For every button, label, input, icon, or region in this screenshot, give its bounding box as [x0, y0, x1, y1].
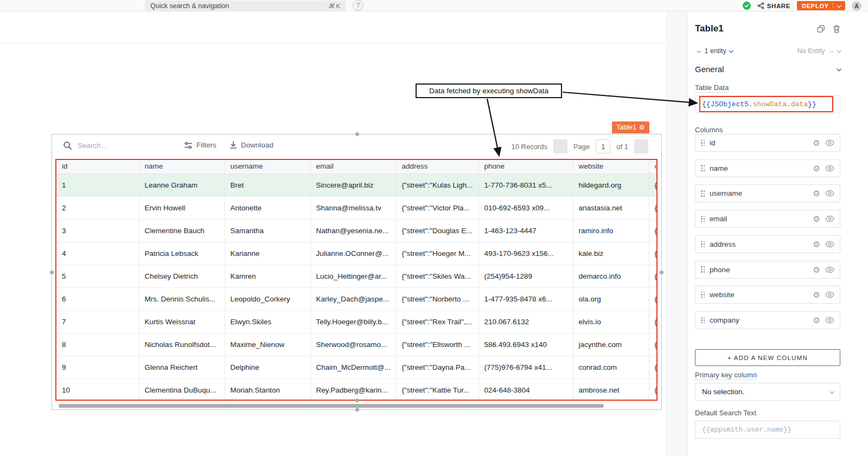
table-cell[interactable]: 3 — [56, 219, 139, 242]
table-cell[interactable]: Julianne.OConner@... — [310, 242, 396, 265]
table-cell[interactable]: 024-648-3804 — [478, 378, 573, 401]
table-cell[interactable]: Ervin Howell — [139, 196, 225, 219]
table-cell[interactable]: 4 — [56, 242, 139, 265]
table-cell[interactable]: conrad.com — [573, 356, 649, 378]
table-cell[interactable]: 9 — [56, 356, 139, 378]
table-cell[interactable]: Nicholas Runolfsdot... — [139, 333, 225, 356]
section-general[interactable]: General — [695, 65, 840, 74]
table-cell[interactable]: Glenna Reichert — [139, 356, 225, 378]
table-cell[interactable]: 1 — [56, 174, 139, 196]
deploy-button[interactable]: DEPLOY — [797, 1, 845, 10]
table-cell[interactable]: 10 — [56, 378, 139, 401]
column-header-id[interactable]: id — [56, 159, 139, 174]
delete-widget-button[interactable] — [833, 25, 840, 33]
column-settings-icon[interactable]: ⚙ — [813, 291, 820, 299]
resize-handle-bottom[interactable] — [355, 408, 359, 412]
table-cell[interactable]: Nathan@yesenia.ne... — [310, 219, 396, 242]
table-cell[interactable]: ola.org — [573, 287, 649, 310]
resize-handle-left[interactable] — [50, 271, 54, 274]
copy-widget-button[interactable] — [817, 25, 825, 33]
download-button[interactable]: Download — [229, 141, 273, 149]
column-visibility-icon[interactable] — [825, 241, 834, 248]
table-data-input[interactable]: {{JSObject5.showData.data}} — [695, 95, 840, 113]
resize-handle-inner-bottom[interactable] — [355, 399, 359, 402]
table-cell[interactable]: ramiro.info — [573, 219, 649, 242]
column-settings-icon[interactable]: ⚙ — [813, 164, 820, 172]
prev-page-button[interactable] — [553, 139, 567, 153]
drag-handle-icon[interactable] — [701, 190, 705, 197]
column-visibility-icon[interactable] — [825, 139, 834, 146]
avatar[interactable]: A — [852, 1, 861, 11]
table-cell[interactable]: 010-692-6593 x09... — [478, 196, 573, 219]
table-cell[interactable]: Elwyn.Skiles — [225, 310, 310, 333]
table-cell[interactable]: Lucio_Hettinger@ar... — [310, 265, 396, 287]
drag-handle-icon[interactable] — [701, 317, 705, 324]
table-row[interactable]: 2Ervin HowellAntonetteShanna@melissa.tv{… — [56, 196, 658, 219]
drag-handle-icon[interactable] — [701, 292, 705, 298]
widget-settings-icon[interactable]: ⚙ — [639, 124, 645, 131]
table-cell[interactable]: {"street":"Kattie Tur... — [396, 378, 478, 401]
table-cell[interactable]: hildegard.org — [573, 174, 649, 196]
table-cell[interactable]: {"street":"Skiles Wa... — [396, 265, 478, 287]
table-cell[interactable]: Leanne Graham — [139, 174, 225, 196]
column-settings-icon[interactable]: ⚙ — [813, 215, 820, 223]
table-cell[interactable]: 1-463-123-4447 — [478, 219, 573, 242]
column-header-company[interactable]: company — [649, 159, 658, 174]
quick-search-input[interactable]: Quick search & navigation ⌘ K — [145, 1, 346, 11]
column-header-address[interactable]: address — [396, 159, 478, 174]
table-cell[interactable]: 493-170-9623 x156... — [478, 242, 573, 265]
next-page-button[interactable] — [634, 139, 648, 153]
drag-handle-icon[interactable] — [701, 216, 705, 222]
deploy-chevron-icon[interactable] — [837, 3, 841, 8]
help-button[interactable]: ? — [353, 0, 363, 11]
drag-handle-icon[interactable] — [701, 266, 705, 273]
table-cell[interactable]: Kamren — [225, 265, 310, 287]
outgoing-entities-toggle[interactable]: No Entity → — [797, 47, 840, 55]
table-cell[interactable]: Sherwood@rosamo... — [310, 333, 396, 356]
table-row[interactable]: 1Leanne GrahamBretSincere@april.biz{"str… — [56, 174, 658, 196]
table-cell[interactable]: Chaim_McDermott@... — [310, 356, 396, 378]
table-cell[interactable]: Moriah.Stanton — [225, 378, 310, 401]
resize-handle-top[interactable] — [355, 132, 359, 136]
table-row[interactable]: 9Glenna ReichertDelphineChaim_McDermott@… — [56, 356, 658, 378]
table-cell[interactable]: {"street":"Hoeger M... — [396, 242, 478, 265]
table-cell[interactable]: {" — [649, 196, 658, 219]
column-settings-icon[interactable]: ⚙ — [813, 266, 820, 274]
table-cell[interactable]: {"street":"Kulas Ligh... — [396, 174, 478, 196]
table-cell[interactable]: {"street":"Douglas E... — [396, 219, 478, 242]
resize-handle-right[interactable] — [660, 271, 663, 274]
add-new-column-button[interactable]: + ADD A NEW COLUMN — [695, 349, 840, 366]
column-visibility-icon[interactable] — [825, 266, 834, 273]
table-cell[interactable]: Kurtis Weissnat — [139, 310, 225, 333]
column-header-website[interactable]: website — [573, 159, 649, 174]
table-cell[interactable]: {" — [649, 219, 658, 242]
table-cell[interactable]: Telly.Hoeger@billy.b... — [310, 310, 396, 333]
table-cell[interactable]: {" — [649, 310, 658, 333]
table-cell[interactable]: 210.067.6132 — [478, 310, 573, 333]
table-cell[interactable]: 2 — [56, 196, 139, 219]
table-cell[interactable]: {"street":"Ellsworth ... — [396, 333, 478, 356]
table-cell[interactable]: anastasia.net — [573, 196, 649, 219]
column-header-username[interactable]: username — [225, 159, 310, 174]
column-visibility-icon[interactable] — [825, 317, 834, 324]
table-cell[interactable]: {"street":"Dayna Pa... — [396, 356, 478, 378]
column-settings-icon[interactable]: ⚙ — [813, 189, 820, 197]
table-cell[interactable]: {"street":"Victor Pla... — [396, 196, 478, 219]
horizontal-scrollbar[interactable] — [59, 404, 604, 408]
table-row[interactable]: 8Nicholas Runolfsdot...Maxime_NienowSher… — [56, 333, 658, 356]
share-button[interactable]: SHARE — [757, 2, 790, 9]
table-cell[interactable]: {" — [649, 242, 658, 265]
drag-handle-icon[interactable] — [701, 241, 705, 248]
table-cell[interactable]: Rey.Padberg@karin... — [310, 378, 396, 401]
primary-key-select[interactable]: No selection. — [695, 383, 840, 401]
page-number-input[interactable] — [596, 139, 610, 153]
table-cell[interactable]: Delphine — [225, 356, 310, 378]
column-header-email[interactable]: email — [310, 159, 396, 174]
table-row[interactable]: 4Patricia LebsackKarianneJulianne.OConne… — [56, 242, 658, 265]
column-header-phone[interactable]: phone — [478, 159, 573, 174]
table-cell[interactable]: Clementine Bauch — [139, 219, 225, 242]
column-settings-icon[interactable]: ⚙ — [813, 139, 820, 147]
table-cell[interactable]: 5 — [56, 265, 139, 287]
table-cell[interactable]: {" — [649, 333, 658, 356]
table-cell[interactable]: 7 — [56, 310, 139, 333]
